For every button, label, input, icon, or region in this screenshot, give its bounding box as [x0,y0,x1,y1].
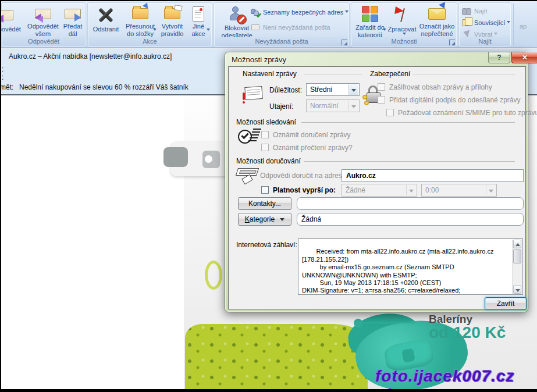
chevron-down-icon [486,185,496,195]
section-tracking: Možnosti sledování [236,118,296,126]
ribbon-divider [513,3,514,45]
message-to-label: : [2,65,3,73]
chevron-down-icon [207,28,210,33]
not-junk-icon [251,23,261,32]
outlook-window: Odpovědět Odpovědět všem Předat dál Odpo… [0,0,537,392]
drawstring-loop-decoration [205,261,222,290]
ribbon-group-options: Zařadit do kategorií Zpracovat Označit j… [351,2,457,47]
delete-icon [97,7,115,23]
sensitivity-select: Normální [306,99,360,112]
scroll-up-icon[interactable] [513,240,521,248]
product-price: od 120 Kč [429,323,506,342]
related-label: Související [474,19,505,26]
expires-label: Platnost vyprší po: [273,186,336,194]
find-label: Najít [474,8,488,15]
find-button[interactable]: Najít [462,6,488,16]
contacts-field[interactable] [297,197,524,210]
message-subject: Nedělní nakupování se slevou 60 % rozzář… [19,83,189,91]
junk-dialog-launcher-icon[interactable] [342,40,347,45]
reply-button[interactable]: Odpovědět [0,5,27,38]
divider [304,74,362,74]
contacts-button[interactable]: Kontakty... [238,197,291,210]
close-icon[interactable]: ✕ [511,52,537,63]
reply-icon [0,10,13,20]
chevron-down-icon [403,33,406,37]
not-junk-label: Není nevyžádaná pošta [263,24,330,31]
related-button[interactable]: Související [462,17,510,28]
photo-edge-bottom [0,389,537,392]
smime-checkbox [386,109,394,116]
image-placeholder-tab [163,147,188,167]
delivery-receipt-checkbox [261,131,269,138]
photo-edge-top [0,0,537,1]
forward-icon [65,9,81,19]
message-cc-label: : [2,73,3,81]
photo-edge-left [0,0,1,392]
internet-headers-box[interactable]: Received: from mta-all22.info.aukro.cz (… [298,238,523,295]
scrollbar-thumb[interactable] [513,250,521,263]
smime-label: Požadovat oznámení S/MIME pro tuto zpráv… [398,109,537,117]
help-button[interactable]: ? [488,52,510,63]
forward-label: Předat dál [63,23,82,38]
section-message-settings: Nastavení zprávy [243,70,297,78]
delivery-receipt-label: Oznámit doručení zprávy [273,131,350,139]
group-label-reply: Odpovědět [2,37,85,46]
message-subject-label: mět: [0,83,13,91]
move-to-folder-button[interactable]: Přesunout do složky [122,5,158,38]
categories-button[interactable]: Kategorie [238,213,291,226]
safe-lists-label: Seznamy bezpečných adres [263,9,343,16]
mark-unread-icon [428,8,446,20]
create-rule-button[interactable]: Vytvořit pravidlo [158,5,186,38]
chevron-down-icon [383,28,386,33]
ribbon-group-find: Najít Související Vybrat Najít [458,2,511,47]
sign-label: Přidat digitální podpis do odesílané zpr… [389,96,520,104]
group-label-actions: Akce [88,37,211,46]
expires-time-select: 0:00 [421,184,497,197]
importance-select[interactable]: Střední [306,83,360,96]
create-rule-icon [164,8,180,19]
delete-button[interactable]: Odstranit [90,5,122,38]
importance-label: Důležitost: [269,86,302,94]
categorize-icon [362,6,379,23]
sign-checkbox [378,96,385,104]
other-actions-icon [193,6,204,22]
chevron-down-icon[interactable] [348,84,358,95]
mark-unread-button[interactable]: Označit jako nepřečtené [417,5,457,38]
section-security: Zabezpečení [370,70,410,78]
follow-up-flag-icon [394,6,410,24]
related-icon [462,19,472,27]
ribbon-group-reply: Odpovědět Odpovědět všem Předat dál Odpo… [1,2,86,47]
delivery-slot-icon [236,167,260,187]
section-delivery: Možnosti doručování [236,157,301,165]
close-button[interactable]: Zavřít [485,297,527,310]
reply-to-field[interactable]: Aukro.cz [342,169,524,182]
follow-up-label: Zpracovat [388,26,417,33]
expires-checkbox[interactable] [261,186,269,194]
reply-to-label: Odpovědi doručit na adresu: [260,172,348,180]
other-actions-button[interactable]: Jiné akce [186,5,211,38]
chevron-down-icon [153,28,157,33]
not-junk-button[interactable]: Není nevyžádaná pošta [251,22,330,33]
forward-button[interactable]: Předat dál [60,5,86,38]
categorize-button[interactable]: Zařadit do kategorií [353,5,387,38]
encrypt-label: Zašifrovat obsah zprávy a přílohy [389,83,492,91]
reply-all-label: Odpovědět všem [27,23,59,38]
find-icon [462,7,472,16]
scroll-down-icon[interactable] [513,285,521,294]
read-receipt-label: Oznámit přečtení zprávy? [273,144,353,152]
reply-all-button[interactable]: Odpovědět všem [25,5,61,38]
camera-icon [202,151,220,168]
follow-up-button[interactable]: Zpracovat [387,5,417,38]
group-label-junk: Nevyžádaná pošta [215,37,348,46]
green-lace-garment [185,324,368,389]
safe-lists-button[interactable]: Seznamy bezpečných adres [251,7,348,17]
message-from: Aukro.cz – Akční nabídka [newsletter@inf… [9,52,172,60]
options-dialog-launcher-icon[interactable] [449,40,455,45]
divider [413,74,515,74]
categories-field[interactable]: Žádná [297,213,524,226]
delete-label: Odstranit [93,26,119,33]
vertical-scrollbar[interactable] [512,240,522,294]
internet-headers-label: Internetová záhlaví: [236,241,297,249]
chevron-down-icon [280,218,284,223]
group-label-find: Najít [460,37,510,46]
